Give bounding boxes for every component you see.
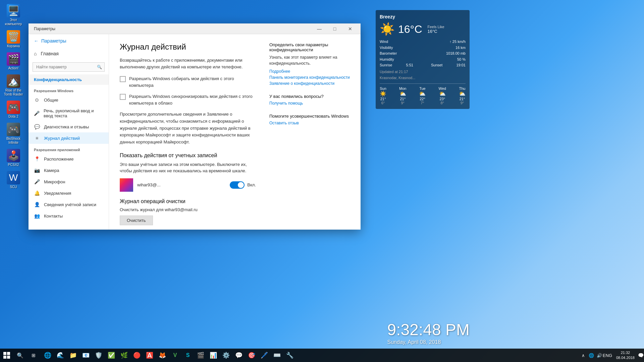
get-help-link[interactable]: Получить помощь [269, 101, 350, 106]
tray-up-arrow-icon[interactable]: ∧ [580, 352, 587, 359]
taskbar-app-chart[interactable]: 📊 [207, 349, 219, 361]
tray-eng-label[interactable]: ENG [604, 352, 611, 359]
taskbar-app-pen[interactable]: 🖊️ [258, 349, 270, 361]
privacy-settings-desc: Узнать, как этот параметр влияет на конф… [269, 54, 350, 66]
desktop-icon-action[interactable]: 🎬 Action! [1, 51, 25, 72]
feels-like-label: Feels Like [428, 25, 444, 29]
taskbar-app-green[interactable]: 🌿 [118, 349, 130, 361]
window-titlebar: Параметры — □ ✕ [29, 23, 361, 34]
desktop-icon-bioshock[interactable]: 🎮 BioShock Infinite [1, 121, 25, 146]
taskbar-app-check[interactable]: ✅ [105, 349, 117, 361]
checkbox-collect[interactable] [120, 76, 126, 82]
sidebar-item-diagnostics[interactable]: 💬 Диагностика и отзывы [29, 121, 109, 132]
microphone-label: Микрофон [44, 179, 65, 184]
privacy-dashboard-link[interactable]: Панель мониторинга конфиденциальности [269, 75, 350, 80]
accounts-section-title: Показать действия от учетных записей [120, 153, 256, 159]
privacy-more-link[interactable]: Подробнее [269, 69, 350, 74]
desktop-icon-pcsx2[interactable]: 🕹️ PCSX2 [1, 147, 25, 168]
taskbar-app-explorer[interactable]: 📁 [67, 349, 79, 361]
desktop-icon-basket[interactable]: 🗑️ Корзина [1, 29, 25, 50]
desktop-icon-this-pc[interactable]: 🖥️ Этот компьютер [1, 3, 25, 27]
taskbar-app-mail[interactable]: 📧 [80, 349, 92, 361]
taskbar-app-firefox[interactable]: 🦊 [156, 349, 168, 361]
visibility-row: Visibility 16 km [380, 45, 466, 51]
taskbar-app-a[interactable]: 🅰️ [144, 349, 156, 361]
barometer-value: 1018.00 mb [446, 51, 466, 57]
notification-center-icon[interactable]: 🗨️ [637, 352, 644, 359]
improve-section: Помогите усовершенствовать Windows Остав… [269, 114, 350, 125]
settings-window: Параметры — □ ✕ ← Параметры ⌂ Главная [29, 23, 361, 230]
sidebar-item-location[interactable]: 📍 Расположение [29, 153, 109, 165]
checkbox-collect-label: Разрешить Windows собирать мои действия … [129, 75, 256, 88]
taskbar-app-chrome[interactable]: 🌐 [42, 349, 54, 361]
sidebar-home-button[interactable]: ⌂ Главная [29, 48, 109, 60]
window-title-text: Параметры [34, 26, 312, 31]
clean-button[interactable]: Очистить [120, 216, 153, 225]
search-input[interactable] [33, 62, 105, 72]
basket-label: Корзина [7, 44, 20, 48]
close-button[interactable]: ✕ [342, 23, 358, 34]
taskbar-taskview-button[interactable]: ⊞ [27, 349, 40, 362]
location-label: Расположение [44, 157, 73, 162]
taskbar-app-video[interactable]: 🎬 [195, 349, 207, 361]
sidebar-item-general[interactable]: ⊙ Общие [29, 94, 109, 106]
improve-title: Помогите усовершенствовать Windows [269, 114, 350, 119]
sidebar-back-button[interactable]: ← Параметры [29, 34, 109, 48]
weather-city-name: Breezy [380, 14, 466, 19]
taskbar-app-v[interactable]: V [169, 349, 181, 361]
scu-icon: W [7, 171, 20, 184]
desktop-icon-tomb-raider[interactable]: 🏔️ Rise of the Tomb Raider [1, 73, 25, 98]
checkbox-item-2: Разрешить Windows синхронизировать мои д… [120, 93, 256, 106]
window-controls: — □ ✕ [312, 23, 358, 34]
clock-time: 9:32:48 PM [387, 322, 470, 338]
help-section: У вас появились вопросы? Получить помощь [269, 94, 350, 106]
taskbar-app-shield[interactable]: 🛡️ [93, 349, 105, 361]
section-windows-header: Разрешения Windows [29, 85, 109, 94]
taskbar-clock[interactable]: 21:32 08.04.2018 [613, 350, 637, 361]
desktop-icon-scu[interactable]: W SCU [1, 170, 25, 190]
sidebar-item-notifications[interactable]: 🔔 Уведомления [29, 187, 109, 199]
bioshock-icon: 🎮 [7, 123, 20, 136]
pcsx2-label: PCSX2 [8, 163, 19, 167]
leave-feedback-link[interactable]: Оставить отзыв [269, 121, 350, 125]
tray-speaker-icon[interactable]: 🔊 [596, 352, 603, 359]
privacy-settings-section: Определить свои параметры конфиденциальн… [269, 42, 350, 86]
sunrise-row: Sunrise 5:51 Sunset 19:01 [380, 62, 466, 68]
checkbox-sync[interactable] [120, 94, 126, 100]
action-icon: 🎬 [7, 52, 20, 66]
taskbar-app-target[interactable]: 🎯 [246, 349, 258, 361]
sidebar-item-account[interactable]: 👤 Сведения учётной записи [29, 199, 109, 210]
forecast-wed-icon: ⛅ [439, 90, 446, 97]
taskbar: 🔍 ⊞ 🌐 🌊 📁 📧 🛡️ ✅ 🌿 🔴 🅰️ 🦊 V S 🎬 📊 ⚙️ 💬 🎯… [0, 349, 644, 362]
page-title: Журнал действий [120, 42, 256, 52]
taskbar-app-chat[interactable]: 💬 [233, 349, 245, 361]
account-avatar [120, 178, 133, 192]
bioshock-label: BioShock Infinite [3, 137, 24, 145]
taskbar-app-s[interactable]: S [182, 349, 194, 361]
taskbar-app-red[interactable]: 🔴 [131, 349, 143, 361]
taskbar-app-settings-app[interactable]: ⚙️ [220, 349, 232, 361]
sidebar-item-activity[interactable]: ≡ Журнал действий [29, 132, 109, 144]
taskbar-search-button[interactable]: 🔍 [13, 349, 27, 362]
tray-network-icon[interactable]: 🌐 [588, 352, 595, 359]
taskbar-app-wrench[interactable]: 🔧 [284, 349, 296, 361]
desktop-icon-dota2[interactable]: 🎮 Dota 2 [1, 99, 25, 120]
privacy-statement-link[interactable]: Заявление о конфиденциальности [269, 81, 350, 86]
sidebar-item-contacts[interactable]: 👥 Контакты [29, 210, 109, 222]
feels-like-value: 16°C [428, 29, 444, 34]
maximize-button[interactable]: □ [327, 23, 342, 34]
start-button[interactable] [0, 349, 13, 362]
account-toggle[interactable] [230, 181, 245, 189]
pcsx2-icon: 🕹️ [7, 149, 20, 162]
sidebar-item-microphone[interactable]: 🎤 Микрофон [29, 176, 109, 187]
minimize-button[interactable]: — [312, 23, 327, 34]
taskbar-app-edge[interactable]: 🌊 [54, 349, 66, 361]
speech-label: Речь, рукописный ввод и ввод текста [44, 108, 103, 118]
diagnostics-label: Диагностика и отзывы [44, 124, 89, 129]
taskbar-app-keyboard[interactable]: ⌨️ [271, 349, 283, 361]
sidebar-item-speech[interactable]: 🎤 Речь, рукописный ввод и ввод текста [29, 106, 109, 121]
sidebar-item-camera[interactable]: 📷 Камера [29, 165, 109, 176]
notifications-label: Уведомления [44, 191, 71, 196]
this-pc-icon: 🖥️ [7, 4, 20, 17]
windows-logo-icon [3, 352, 10, 359]
